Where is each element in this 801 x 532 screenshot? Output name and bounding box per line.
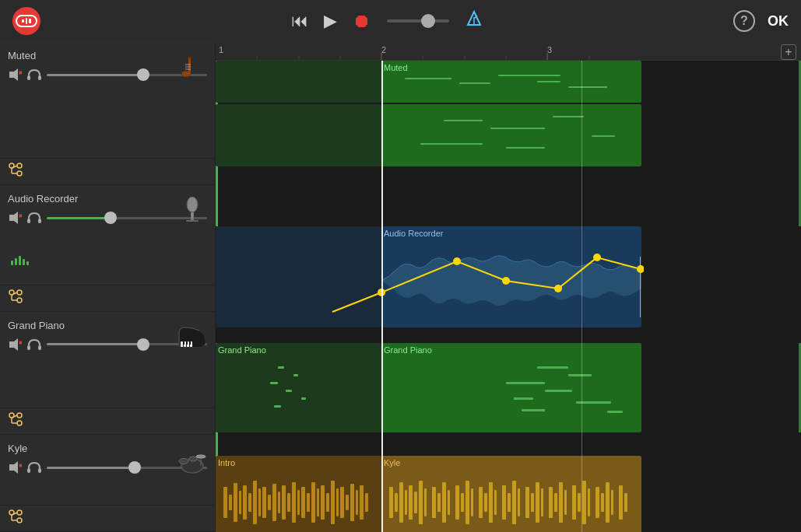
headphone-button-muted[interactable] <box>26 68 42 82</box>
svg-rect-145 <box>399 482 403 523</box>
metronome-button[interactable] <box>465 9 483 33</box>
svg-rect-181 <box>606 482 610 523</box>
kyle-block-intro[interactable]: Intro <box>216 456 381 532</box>
svg-rect-155 <box>455 485 459 520</box>
svg-rect-30 <box>186 220 198 222</box>
mute-button-piano[interactable] <box>8 338 22 352</box>
svg-rect-141 <box>360 485 364 520</box>
svg-rect-105 <box>537 366 568 369</box>
kyle-block-kyle[interactable]: Kyle <box>381 456 641 532</box>
audio-block-dark[interactable] <box>216 226 381 327</box>
muted-block-dark-2[interactable] <box>216 104 381 166</box>
svg-rect-117 <box>243 485 247 520</box>
track-header-muted: Muted <box>0 42 215 159</box>
svg-rect-183 <box>619 485 623 520</box>
add-track-button[interactable]: + <box>781 44 796 60</box>
record-button[interactable]: ⏺ <box>353 10 371 32</box>
svg-rect-177 <box>582 481 586 524</box>
svg-point-62 <box>179 459 188 464</box>
svg-rect-138 <box>346 495 349 510</box>
svg-rect-184 <box>624 493 627 512</box>
svg-rect-166 <box>518 488 520 516</box>
mute-button-muted[interactable] <box>8 68 22 82</box>
svg-rect-165 <box>512 481 516 524</box>
play-button[interactable]: ▶ <box>324 11 337 31</box>
svg-rect-171 <box>549 487 553 518</box>
svg-rect-146 <box>405 490 407 515</box>
level-indicator-audio <box>11 256 207 265</box>
svg-rect-156 <box>461 493 464 512</box>
track-controls-kyle <box>8 460 207 474</box>
track-controls-muted <box>8 68 207 82</box>
audio-waveform <box>381 242 641 320</box>
svg-rect-168 <box>531 493 534 512</box>
muted-block-dark-1[interactable] <box>216 61 381 103</box>
svg-rect-107 <box>506 382 545 384</box>
topbar-right: ? OK <box>733 10 789 32</box>
svg-rect-47 <box>183 341 184 345</box>
tempo-slider-track <box>387 19 449 23</box>
instrument-icon-audio <box>176 194 209 227</box>
headphone-button-audio[interactable] <box>26 211 42 225</box>
svg-rect-49 <box>189 341 191 345</box>
track-header-audio: Audio Recorder <box>0 185 215 285</box>
svg-rect-111 <box>522 409 545 411</box>
svg-rect-116 <box>239 491 241 514</box>
svg-rect-175 <box>572 485 576 520</box>
svg-rect-123 <box>272 484 276 521</box>
help-button[interactable]: ? <box>733 10 755 32</box>
track-controls-piano <box>8 338 207 352</box>
piano-block-dark[interactable]: Grand Piano <box>216 343 381 432</box>
svg-rect-170 <box>541 488 543 516</box>
muted-block-green-2[interactable] <box>381 104 641 166</box>
svg-rect-42 <box>38 345 41 350</box>
mute-button-audio[interactable] <box>8 211 22 225</box>
svg-marker-38 <box>9 338 18 351</box>
piano-block-label-1: Grand Piano <box>218 345 266 355</box>
mute-button-kyle[interactable] <box>8 460 22 474</box>
svg-point-67 <box>17 518 22 523</box>
svg-rect-163 <box>502 485 506 520</box>
lane-piano: Grand Piano Grand Piano <box>216 343 801 456</box>
playhead[interactable] <box>381 61 383 532</box>
svg-rect-179 <box>595 487 599 518</box>
svg-rect-135 <box>331 481 335 524</box>
svg-rect-59 <box>27 468 30 473</box>
svg-rect-149 <box>419 481 423 524</box>
svg-marker-56 <box>9 461 18 474</box>
svg-rect-112 <box>607 411 623 413</box>
headphone-button-kyle[interactable] <box>26 460 42 474</box>
svg-point-18 <box>17 171 22 176</box>
ok-button[interactable]: OK <box>768 13 789 30</box>
svg-rect-84 <box>568 86 607 88</box>
svg-rect-124 <box>278 492 280 513</box>
svg-rect-60 <box>38 468 41 473</box>
lane-kyle: Intro <box>216 456 801 532</box>
svg-rect-82 <box>459 82 490 84</box>
muted-block-green-1[interactable]: Muted <box>381 61 641 103</box>
track-extra-muted <box>0 159 215 185</box>
transport-controls: ⏮ ▶ ⏺ <box>291 9 483 33</box>
svg-rect-115 <box>234 483 237 522</box>
svg-rect-127 <box>292 482 296 523</box>
tempo-area <box>387 19 449 23</box>
rewind-button[interactable]: ⏮ <box>291 11 308 31</box>
svg-rect-133 <box>321 485 325 520</box>
headphone-button-piano[interactable] <box>26 338 42 352</box>
instrument-icon-kyle <box>176 444 209 477</box>
ruler: 1 2 3 + <box>216 42 801 61</box>
audio-block-blue[interactable]: Audio Recorder <box>381 226 641 327</box>
tempo-knob[interactable] <box>421 14 435 28</box>
piano-notes-2 <box>389 355 631 425</box>
topbar: ⏮ ▶ ⏺ ? OK <box>0 0 801 42</box>
svg-rect-102 <box>286 390 292 392</box>
svg-point-63 <box>196 455 206 458</box>
svg-rect-154 <box>448 490 450 515</box>
branch-icon-audio <box>8 289 23 308</box>
svg-rect-121 <box>262 487 266 518</box>
svg-rect-41 <box>27 345 30 350</box>
svg-rect-122 <box>268 495 271 510</box>
svg-rect-128 <box>297 490 300 515</box>
svg-rect-101 <box>270 382 278 384</box>
piano-block-green[interactable]: Grand Piano <box>381 343 641 432</box>
